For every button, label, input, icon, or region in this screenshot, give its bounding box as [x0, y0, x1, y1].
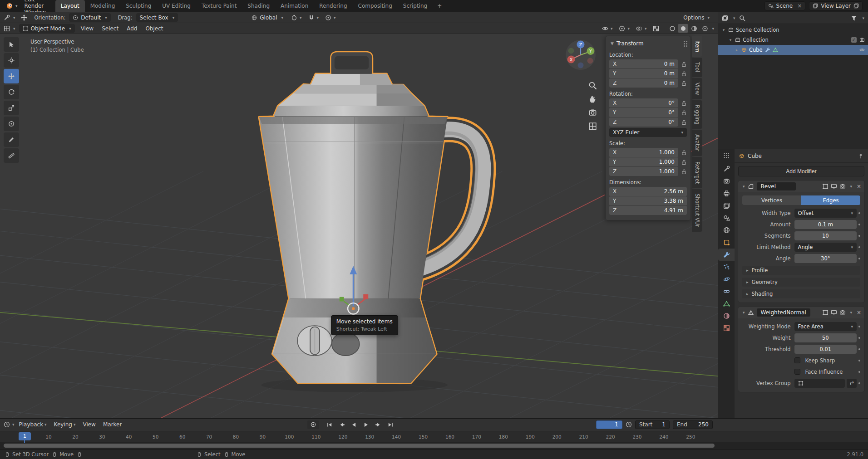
- npanel-tab-shortcut-vur[interactable]: Shortcut VUr: [692, 189, 702, 232]
- lock-icon[interactable]: [681, 150, 687, 156]
- dimensions-x-field[interactable]: X2.56 m: [609, 187, 687, 196]
- add-workspace-button[interactable]: +: [433, 0, 446, 12]
- npanel-tab-rigging[interactable]: Rigging: [692, 100, 702, 129]
- shading-wireframe-button[interactable]: [667, 24, 677, 33]
- previous-keyframe-button[interactable]: [336, 420, 347, 429]
- hide-viewport-eye-icon[interactable]: [859, 47, 865, 53]
- properties-editor-icon[interactable]: [723, 152, 730, 159]
- mode-dropdown[interactable]: Object Mode ▾: [19, 24, 75, 33]
- rotation-z-field[interactable]: Z0°: [609, 117, 678, 127]
- object-visibility-dropdown[interactable]: ▾: [600, 24, 615, 33]
- overlays-dropdown[interactable]: ▾: [634, 24, 649, 33]
- scrollbar-thumb[interactable]: [4, 444, 715, 448]
- add-modifier-button[interactable]: Add Modifier: [738, 166, 864, 176]
- properties-tab-material[interactable]: [718, 310, 735, 322]
- animate-dot[interactable]: [858, 348, 860, 350]
- snap-toggle[interactable]: ▾: [306, 13, 321, 22]
- camera-view-icon[interactable]: [588, 108, 597, 117]
- edges-option[interactable]: Edges: [801, 195, 860, 205]
- vertices-option[interactable]: Vertices: [742, 195, 801, 205]
- subpanel-profile[interactable]: ▸Profile: [742, 266, 860, 275]
- scene-selector[interactable]: Scene ×: [764, 1, 806, 10]
- location-z-field[interactable]: Z0 m: [609, 78, 678, 88]
- npanel-tab-avatar[interactable]: Avatar: [692, 130, 702, 156]
- transform-orientation-dropdown[interactable]: Global ▾: [248, 13, 287, 22]
- search-icon[interactable]: [739, 15, 745, 21]
- 3d-viewport[interactable]: User Perspective (1) Collection | Cube: [0, 34, 718, 418]
- extras-menu-icon[interactable]: ▾: [850, 184, 852, 189]
- face-influence-checkbox[interactable]: [794, 369, 800, 375]
- properties-tab-world[interactable]: [718, 224, 735, 236]
- viewport-menu-add[interactable]: Add: [123, 23, 141, 34]
- expand-icon[interactable]: ▸: [735, 48, 739, 52]
- animate-dot[interactable]: [858, 326, 860, 327]
- options-dropdown[interactable]: Options ▾: [679, 15, 714, 21]
- navigation-gizmo[interactable]: Z Y X: [565, 39, 597, 71]
- lock-icon[interactable]: [681, 110, 687, 116]
- weight-field[interactable]: 50: [794, 333, 857, 342]
- play-button[interactable]: [360, 420, 372, 429]
- close-icon[interactable]: ×: [857, 309, 861, 316]
- timeline-editor-icon[interactable]: [4, 421, 10, 428]
- animate-dot[interactable]: [858, 371, 860, 373]
- rotation-y-field[interactable]: Y0°: [609, 108, 678, 117]
- workspace-tab-rendering[interactable]: Rendering: [314, 0, 352, 12]
- tool-transform[interactable]: [4, 117, 19, 131]
- end-frame-field[interactable]: End 250: [673, 420, 713, 429]
- properties-tab-object-data[interactable]: [718, 298, 735, 310]
- workspace-tab-animation[interactable]: Animation: [275, 0, 314, 12]
- npanel-tab-tool[interactable]: Tool: [692, 58, 702, 77]
- properties-tab-modifiers[interactable]: [718, 249, 735, 261]
- jump-to-end-button[interactable]: [385, 420, 396, 429]
- pan-hand-icon[interactable]: [588, 95, 597, 103]
- start-frame-field[interactable]: Start 1: [635, 420, 670, 429]
- breadcrumb-object[interactable]: Cube: [748, 153, 762, 159]
- properties-tab-particles[interactable]: [718, 261, 735, 273]
- render-visibility-icon[interactable]: [859, 37, 865, 43]
- animate-dot[interactable]: [858, 337, 860, 339]
- modifier-name-field[interactable]: Bevel: [757, 182, 796, 190]
- drag-grip-icon[interactable]: [684, 43, 685, 44]
- lock-icon[interactable]: [681, 169, 687, 175]
- shading-material-button[interactable]: [689, 24, 699, 33]
- tool-select-box[interactable]: [4, 37, 19, 52]
- toggle-ortho-icon[interactable]: [588, 122, 597, 131]
- subpanel-geometry[interactable]: ▸Geometry: [742, 278, 860, 287]
- jump-to-start-button[interactable]: [324, 420, 335, 429]
- play-reverse-button[interactable]: [348, 420, 360, 429]
- tool-measure[interactable]: [4, 148, 19, 163]
- collection-checkbox[interactable]: ✓: [851, 37, 857, 43]
- outliner-row-collection[interactable]: ▾ Collection ✓: [718, 35, 868, 45]
- workspace-tab-modeling[interactable]: Modeling: [85, 0, 121, 12]
- timeline-menu-marker[interactable]: Marker: [99, 419, 125, 431]
- tool-annotate[interactable]: [4, 132, 19, 147]
- auto-key-button[interactable]: [307, 420, 319, 429]
- editor-type-icon[interactable]: [4, 15, 10, 21]
- view-layer-selector[interactable]: View Layer: [809, 1, 863, 10]
- animate-dot[interactable]: [858, 360, 860, 361]
- tool-scale[interactable]: [4, 101, 19, 115]
- properties-tab-constraints[interactable]: [718, 285, 735, 298]
- animate-dot[interactable]: [858, 258, 860, 259]
- blender-menu-button[interactable]: ▾: [4, 0, 20, 12]
- outliner-editor-icon[interactable]: [722, 15, 728, 21]
- outliner-row-cube[interactable]: ▸ Cube: [718, 45, 868, 55]
- gizmo-x-handle[interactable]: [363, 294, 368, 299]
- lock-icon[interactable]: [681, 159, 687, 165]
- close-icon[interactable]: ×: [857, 183, 861, 190]
- npanel-tab-retarget[interactable]: Retarget: [692, 157, 702, 189]
- animate-dot[interactable]: [858, 235, 860, 237]
- rotation-x-field[interactable]: X0°: [609, 98, 678, 107]
- segments-field[interactable]: 10: [794, 231, 857, 240]
- npanel-tab-view[interactable]: View: [692, 78, 702, 99]
- next-keyframe-button[interactable]: [373, 420, 384, 429]
- menu-render[interactable]: Render: [20, 3, 50, 9]
- expand-icon[interactable]: ▾: [728, 38, 733, 42]
- workspace-tab-scripting[interactable]: Scripting: [398, 0, 433, 12]
- timeline-menu-keying[interactable]: Keying ▾: [50, 419, 79, 431]
- location-x-field[interactable]: X0 m: [609, 59, 678, 68]
- expand-icon[interactable]: ▾: [721, 28, 726, 32]
- properties-tab-render[interactable]: [718, 175, 735, 187]
- workspace-tab-texture-paint[interactable]: Texture Paint: [196, 0, 242, 12]
- workspace-tab-uv-editing[interactable]: UV Editing: [157, 0, 196, 12]
